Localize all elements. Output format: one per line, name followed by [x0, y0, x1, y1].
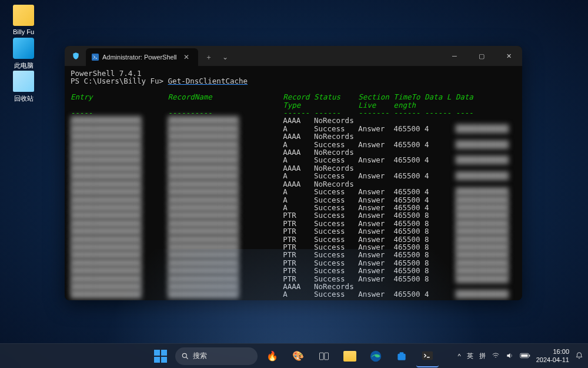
window-titlebar[interactable]: Administrator: PowerShell ✕ ＋ ⌄ ─ ▢ ✕ — [65, 46, 522, 66]
table-row: ████████████████ ████████████████ A Succ… — [71, 188, 516, 195]
svg-rect-8 — [422, 351, 433, 360]
task-view-icon — [318, 350, 330, 362]
taskbar-app-taskview[interactable] — [313, 345, 335, 367]
table-row: ████████████████ ████████████████ A Succ… — [71, 196, 516, 204]
ps-prompt: PS C:\Users\Billy Fu> — [71, 77, 168, 85]
desktop-icon-recycle-bin[interactable]: 回收站 — [6, 71, 41, 103]
taskbar-app-copilot[interactable]: 🎨 — [287, 345, 309, 367]
tab-title: Administrator: PowerShell — [102, 54, 177, 61]
table-rows-container: ████████████████ ████████████████ AAAA N… — [71, 117, 516, 298]
desktop-icon-folder[interactable]: Billy Fu — [6, 5, 41, 35]
taskbar-tray: ^ 英 拼 16:00 2024-04-11 — [458, 348, 583, 363]
close-button[interactable]: ✕ — [495, 46, 522, 66]
edge-icon — [369, 350, 382, 363]
terminal-icon — [421, 349, 434, 362]
table-row: ████████████████ ████████████████ PTR Su… — [71, 251, 516, 258]
svg-rect-10 — [529, 354, 530, 356]
ps-command: Get-DnsClientCache — [168, 77, 248, 85]
minimize-button[interactable]: ─ — [441, 46, 468, 66]
svg-rect-3 — [320, 353, 324, 360]
svg-point-1 — [182, 353, 186, 357]
svg-rect-4 — [325, 353, 329, 360]
wifi-icon[interactable] — [492, 352, 500, 361]
taskbar-app-terminal[interactable] — [416, 345, 439, 367]
desktop-icon-label: Billy Fu — [6, 28, 41, 35]
notifications-icon[interactable] — [575, 352, 583, 361]
maximize-button[interactable]: ▢ — [468, 46, 495, 66]
windows-logo-icon — [154, 350, 167, 363]
taskbar: 搜索 🔥 🎨 ^ 英 拼 16:00 — [0, 343, 588, 368]
taskbar-clock[interactable]: 16:00 2024-04-11 — [536, 348, 569, 363]
table-row: ████████████████ ████████████████ AAAA N… — [71, 117, 516, 124]
tab-dropdown-button[interactable]: ⌄ — [219, 51, 231, 63]
tray-chevron-icon[interactable]: ^ — [458, 353, 461, 360]
new-tab-button[interactable]: ＋ — [203, 51, 215, 63]
table-row: ████████████████ ████████████████ PTR Su… — [71, 211, 516, 219]
table-row: ████████████████ ████████████████ PTR Su… — [71, 267, 516, 274]
clock-date: 2024-04-11 — [536, 356, 569, 364]
tray-ime-lang[interactable]: 英 — [467, 352, 473, 360]
table-row: ████████████████ ████████████████ PTR Su… — [71, 227, 516, 235]
table-row: ████████████████ ████████████████ A Succ… — [71, 172, 516, 180]
taskbar-center: 搜索 🔥 🎨 — [149, 345, 439, 367]
desktop-icon-label: 回收站 — [6, 94, 41, 103]
tab-close-button[interactable]: ✕ — [181, 51, 192, 63]
powershell-icon — [92, 54, 99, 61]
recycle-bin-icon — [13, 71, 34, 92]
pc-icon — [13, 38, 34, 59]
svg-rect-7 — [400, 352, 404, 354]
taskbar-search[interactable]: 搜索 — [175, 347, 258, 365]
battery-icon[interactable] — [520, 353, 530, 360]
terminal-tab[interactable]: Administrator: PowerShell ✕ — [86, 48, 198, 66]
tray-ime-mode[interactable]: 拼 — [479, 352, 486, 360]
store-icon — [396, 350, 407, 362]
desktop-icon-this-pc[interactable]: 此电脑 — [6, 38, 41, 70]
taskbar-widgets[interactable]: 🔥 — [261, 345, 283, 367]
table-row: ████████████████ ████████████████ AAAA N… — [71, 132, 516, 140]
taskbar-app-store[interactable] — [390, 345, 413, 367]
folder-icon — [13, 5, 34, 26]
taskbar-app-edge[interactable] — [365, 345, 387, 367]
taskbar-app-explorer[interactable] — [339, 345, 361, 367]
table-row: ████████████████ ████████████████ A Succ… — [71, 290, 516, 298]
start-button[interactable] — [149, 345, 172, 367]
admin-shield-icon — [69, 52, 82, 60]
clock-time: 16:00 — [536, 348, 569, 356]
explorer-icon — [343, 351, 356, 362]
volume-icon[interactable] — [506, 352, 514, 361]
terminal-window: Administrator: PowerShell ✕ ＋ ⌄ ─ ▢ ✕ Po… — [65, 46, 522, 300]
table-row: ████████████████ ████████████████ A Succ… — [71, 156, 516, 164]
table-row: ████████████████ ████████████████ PTR Su… — [71, 236, 516, 243]
desktop-icon-label: 此电脑 — [6, 61, 41, 70]
terminal-output[interactable]: PowerShell 7.4.1 PS C:\Users\Billy Fu> G… — [65, 66, 522, 300]
svg-line-2 — [186, 357, 188, 359]
search-icon — [181, 352, 189, 360]
svg-rect-11 — [521, 354, 527, 357]
table-row: ████████████████ ████████████████ PTR Su… — [71, 275, 516, 283]
svg-rect-6 — [397, 353, 405, 360]
search-placeholder: 搜索 — [193, 351, 207, 361]
